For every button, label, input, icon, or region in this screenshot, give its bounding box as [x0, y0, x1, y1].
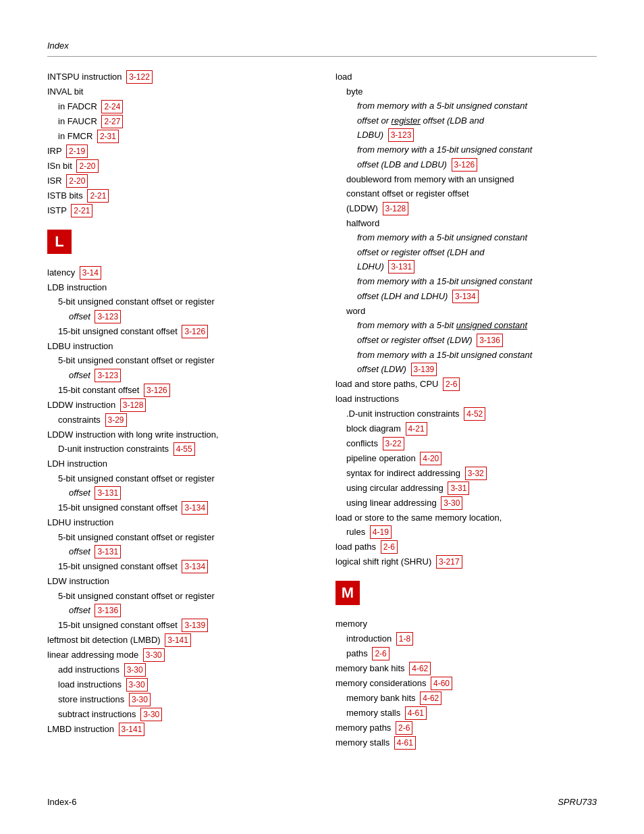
entry-ldh-15bit: 15-bit unsigned constant offset 3-134: [58, 501, 308, 515]
ref-shru-3217: 3-217: [436, 555, 462, 569]
ref-load-hw-134: 3-134: [452, 290, 479, 303]
entry-istb: ISTB bits 2-21: [47, 189, 308, 203]
entry-ldb: LDB instruction: [47, 281, 308, 294]
entry-load-byte-15bit-1: from memory with a 15-bit unsigned const…: [357, 143, 597, 157]
entry-load-byte-5bit-3: LDBU) 3-123: [357, 128, 597, 142]
ref-istp: 2-21: [71, 204, 92, 217]
entry-load-dw-3: (LDDW) 3-128: [346, 202, 597, 215]
page-footer: Index-6 SPRU733: [47, 797, 597, 807]
ref-load-word-139: 3-139: [411, 363, 437, 376]
ref-load-dw-128: 3-128: [383, 202, 409, 215]
ref-load-byte-126: 3-126: [452, 158, 478, 172]
entry-load-word-5bit-1: from memory with a 5-bit unsigned consta…: [357, 319, 597, 332]
entry-logical-shift: logical shift right (SHRU) 3-217: [336, 555, 597, 569]
ref-li-420: 4-20: [420, 452, 441, 465]
entry-linear-addr: linear addressing mode 3-30: [47, 648, 308, 662]
entry-lddw-constraints: constraints 3-29: [58, 413, 308, 427]
page: Index INTSPU instruction 3-122 INVAL bit…: [0, 0, 644, 834]
entry-memory-paths: paths 2-6: [346, 647, 597, 660]
entry-load-byte-5bit-1: from memory with a 5-bit unsigned consta…: [357, 99, 597, 113]
ref-mc-460: 4-60: [431, 677, 452, 690]
entry-lmbd-instr: LMBD instruction 3-141: [47, 723, 308, 736]
entry-ldh-5bit: 5-bit unsigned constant offset or regist…: [58, 472, 308, 486]
entry-memory-considerations: memory considerations 4-60: [336, 677, 597, 690]
entry-ldb-5bit: 5-bit unsigned constant offset or regist…: [58, 295, 308, 309]
entry-linear-sub: subtract instructions 3-30: [58, 708, 308, 721]
entry-irp: IRP 2-19: [47, 145, 308, 158]
entry-ldw-15bit: 15-bit unsigned constant offset 3-139: [58, 619, 308, 632]
entry-load-instrs-conflicts: conflicts 3-22: [346, 437, 597, 450]
ref-ldb-123: 3-123: [95, 310, 121, 323]
entry-linear-load: load instructions 3-30: [58, 678, 308, 692]
entry-load-instrs-block: block diagram 4-21: [346, 422, 597, 436]
entry-load-hw-5bit-2: offset or register offset (LDH and: [357, 246, 597, 259]
header-title: Index: [47, 41, 69, 51]
entry-load-hw-5bit-1: from memory with a 5-bit unsigned consta…: [357, 231, 597, 244]
right-column: load byte from memory with a 5-bit unsig…: [336, 70, 597, 751]
entry-memory: memory: [336, 617, 597, 631]
ref-linear-load-330: 3-30: [126, 678, 148, 692]
ref-lddw-455: 4-55: [173, 442, 195, 456]
entry-load-hw-5bit-3: LDHU) 3-131: [357, 260, 597, 273]
entry-load-instrs-pipeline: pipeline operation 4-20: [346, 452, 597, 465]
ref-li-330: 3-30: [441, 496, 462, 510]
ref-load-word-136: 3-136: [477, 334, 503, 347]
ref-ldh-131: 3-131: [95, 486, 121, 500]
ref-intspu: 3-122: [126, 70, 153, 84]
ref-ldbu-126: 3-126: [144, 384, 170, 397]
ref-ldb-126: 3-126: [182, 325, 208, 338]
ref-lddw-29: 3-29: [105, 413, 127, 427]
entry-load-word-5bit-2: offset or register offset (LDW) 3-136: [357, 334, 597, 347]
ref-fmcr: 2-31: [97, 130, 119, 143]
entry-ldbu-5bit: 5-bit unsigned constant offset or regist…: [58, 354, 308, 367]
ref-lmbd-141: 3-141: [165, 633, 191, 647]
ref-mp-26: 2-6: [396, 721, 412, 735]
page-header: Index: [47, 41, 597, 57]
ref-fadcr: 2-24: [101, 100, 123, 113]
ref-latency: 3-14: [80, 266, 101, 280]
footer-left: Index-6: [47, 797, 76, 807]
ref-li-421: 4-21: [406, 422, 427, 436]
entry-lddw-dunit: D-unit instruction constraints 4-55: [58, 442, 308, 456]
ref-ldh-134: 3-134: [182, 501, 208, 515]
entry-inval-fmcr: in FMCR 2-31: [58, 130, 308, 143]
entry-isn: ISn bit 2-20: [47, 159, 308, 173]
ref-lmbd-instr-141: 3-141: [119, 723, 145, 736]
entry-inval-faucr: in FAUCR 2-27: [58, 115, 308, 128]
ref-linear-add-330: 3-30: [124, 663, 146, 677]
entry-load-dw-2: constant offset or register offset: [346, 187, 597, 201]
ref-linear-sub-330: 3-30: [140, 708, 162, 721]
entry-ldhu-5bit: 5-bit unsigned constant offset or regist…: [58, 531, 308, 544]
entry-load-instrs-syntax: syntax for indirect addressing 3-32: [346, 467, 597, 480]
entry-load-or-store-2: rules 4-19: [346, 525, 597, 539]
ref-mem-paths-26: 2-6: [372, 647, 389, 660]
entry-inval: INVAL bit: [47, 85, 308, 99]
ref-li-322: 3-22: [383, 437, 404, 450]
entry-load-store-paths: load and store paths, CPU 2-6: [336, 377, 597, 391]
ref-los-419: 4-19: [370, 525, 392, 539]
ref-ldw-139: 3-139: [182, 619, 208, 632]
ref-linear-330: 3-30: [143, 648, 165, 662]
section-L-letter: L: [47, 230, 72, 254]
ref-ms-461: 4-61: [394, 736, 416, 750]
ref-li-331: 3-31: [448, 481, 469, 495]
ref-lddw-128: 3-128: [120, 398, 146, 412]
entry-isr: ISR 2-20: [47, 174, 308, 188]
entry-ldb-5bit-offset: offset 3-123: [69, 310, 308, 323]
entry-load-byte-15bit-2: offset (LDB and LDBU) 3-126: [357, 158, 597, 172]
ref-load-hw-131: 3-131: [388, 260, 414, 273]
entry-linear-add: add instructions 3-30: [58, 663, 308, 677]
entry-load-instrs-dunit: .D-unit instruction constraints 4-52: [346, 407, 597, 421]
ref-ldw-136: 3-136: [95, 604, 121, 617]
ref-li-452: 4-52: [464, 407, 485, 421]
entry-load-word: word: [346, 305, 597, 318]
entry-mc-stalls: memory stalls 4-61: [346, 706, 597, 720]
entry-load-byte: byte: [346, 85, 597, 99]
ref-ldbu-123: 3-123: [95, 369, 121, 382]
ref-li-332: 3-32: [465, 467, 487, 480]
entry-intspu: INTSPU instruction 3-122: [47, 70, 308, 84]
entry-ldw-5bit-offset: offset 3-136: [69, 604, 308, 617]
entry-latency: latency 3-14: [47, 266, 308, 280]
ref-isr: 2-20: [66, 174, 88, 188]
entry-istp: ISTP 2-21: [47, 204, 308, 217]
